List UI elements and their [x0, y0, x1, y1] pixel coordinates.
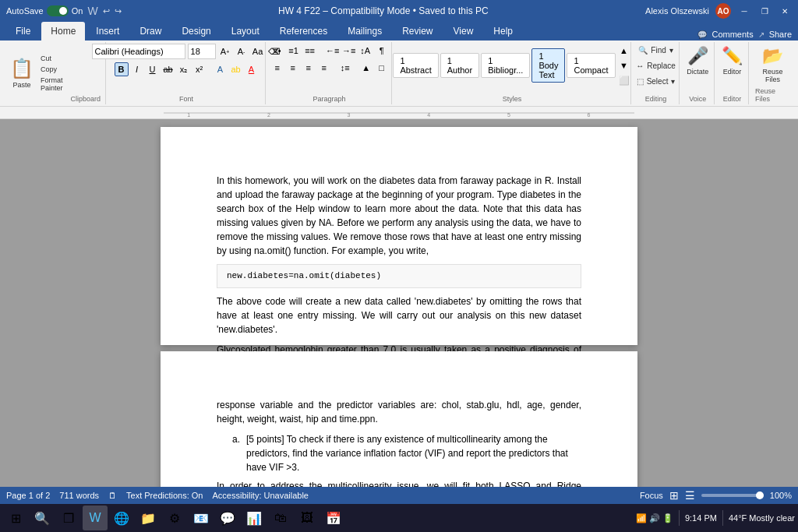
close-btn[interactable]: ✕ [778, 4, 792, 18]
change-case-btn[interactable]: Aa [251, 44, 265, 58]
underline-btn[interactable]: U [146, 62, 160, 76]
excel-taskbar-btn[interactable]: 📊 [242, 506, 267, 530]
numbering-btn[interactable]: ≡1 [287, 44, 301, 58]
calendar-taskbar-btn[interactable]: 📅 [321, 506, 346, 530]
decrease-indent-btn[interactable]: ←≡ [326, 44, 340, 58]
sort-btn[interactable]: ↕A [358, 44, 373, 58]
find-btn[interactable]: 🔍 Find ▾ [632, 44, 680, 57]
minimize-btn[interactable]: ─ [737, 4, 751, 18]
style-abstract[interactable]: 1 Abstract [393, 53, 438, 78]
tab-review[interactable]: Review [393, 22, 442, 41]
store-taskbar-btn[interactable]: 🛍 [268, 506, 293, 530]
styles-scroll-up[interactable]: ▲ [617, 44, 631, 58]
borders-btn[interactable]: □ [375, 61, 389, 75]
autosave-toggle[interactable] [47, 5, 69, 16]
style-author[interactable]: 1 Author [440, 53, 479, 78]
doc-area: In this homework, you will work on the d… [0, 119, 798, 487]
line-spacing-btn[interactable]: ↕≡ [338, 61, 352, 75]
restore-btn[interactable]: ❐ [757, 4, 772, 18]
shrink-font-btn[interactable]: A- [235, 44, 249, 58]
tab-mailings[interactable]: Mailings [338, 22, 391, 41]
network-icon: 📶 [636, 513, 647, 523]
tab-references[interactable]: References [270, 22, 337, 41]
reuse-files-btn[interactable]: 📂 Reuse Files [755, 44, 790, 86]
increase-indent-btn[interactable]: →≡ [342, 44, 356, 58]
view-print-btn[interactable]: ☰ [685, 489, 695, 502]
browser-taskbar-btn[interactable]: 🌐 [109, 506, 134, 530]
dictate-label: Dictate [687, 68, 708, 76]
reuse-files-group: 📂 Reuse Files Reuse Files [750, 42, 795, 104]
paragraph-group: ≡• ≡1 ≡≡ ←≡ →≡ ↕A ¶ ≡ ≡ ≡ ≡ ↕≡ ▲ □ Parag… [267, 42, 392, 104]
bullets-btn[interactable]: ≡• [270, 44, 284, 58]
align-left-btn[interactable]: ≡ [270, 61, 284, 75]
bold-btn[interactable]: B [115, 62, 129, 76]
find-dropdown[interactable]: ▾ [669, 46, 673, 55]
replace-btn[interactable]: ↔ Replace [632, 59, 680, 72]
justify-btn[interactable]: ≡ [317, 61, 331, 75]
strikethrough-btn[interactable]: ab [161, 62, 175, 76]
text-effects-btn[interactable]: A [214, 62, 228, 76]
replace-icon: ↔ [636, 62, 644, 70]
align-right-btn[interactable]: ≡ [302, 61, 316, 75]
zoom-slider[interactable] [701, 494, 764, 497]
word-count: 711 words [59, 491, 99, 500]
tab-home[interactable]: Home [41, 22, 85, 41]
tab-help[interactable]: Help [484, 22, 522, 41]
multilevel-btn[interactable]: ≡≡ [303, 44, 317, 58]
focus-btn[interactable]: Focus [640, 491, 663, 500]
taskbar: ⊞ 🔍 ❐ W 🌐 📁 ⚙ 📧 💬 📊 🛍 🖼 📅 📶 🔊 🔋 9:14 PM … [0, 504, 798, 532]
status-right: Focus ⊞ ☰ 100% [640, 489, 792, 502]
tab-draw[interactable]: Draw [130, 22, 171, 41]
ruler: 1 2 3 4 5 6 [0, 107, 798, 119]
copy-btn[interactable]: Copy [37, 65, 67, 74]
format-painter-btn[interactable]: Format Painter [37, 76, 67, 93]
tab-insert[interactable]: Insert [87, 22, 129, 41]
grow-font-btn[interactable]: A+ [218, 44, 232, 58]
font-name-input[interactable] [92, 44, 185, 59]
editor-btn[interactable]: ✏️ Editor [718, 44, 747, 78]
tab-file[interactable]: File [6, 22, 40, 41]
para-page2-1: response variable and the predictor vari… [217, 398, 581, 426]
tab-layout[interactable]: Layout [222, 22, 269, 41]
taskbar-right: 📶 🔊 🔋 9:14 PM 44°F Mostly clear [636, 510, 795, 526]
teams-taskbar-btn[interactable]: 💬 [215, 506, 240, 530]
highlight-btn[interactable]: ab [229, 62, 243, 76]
settings-taskbar-btn[interactable]: ⚙ [162, 506, 187, 530]
redo-btn[interactable]: ↪ [115, 6, 122, 16]
styles-scroll-down[interactable]: ▼ [617, 58, 631, 72]
font-size-input[interactable] [188, 44, 216, 59]
select-btn[interactable]: ⬚ Select ▾ [632, 75, 680, 88]
mail-taskbar-btn[interactable]: 📧 [189, 506, 214, 530]
shading-btn[interactable]: ▲ [359, 61, 373, 75]
share-btn[interactable]: Share [769, 30, 792, 39]
files-taskbar-btn[interactable]: 📁 [136, 506, 161, 530]
style-compact[interactable]: 1 Compact [567, 53, 615, 78]
para-page2-3: In order to address the multicollinearit… [217, 479, 581, 487]
search-taskbar-btn[interactable]: 🔍 [30, 506, 55, 530]
start-btn[interactable]: ⊞ [3, 506, 28, 530]
undo-btn[interactable]: ↩ [103, 6, 110, 16]
paste-btn[interactable]: 📋 Paste [6, 44, 37, 103]
photos-taskbar-btn[interactable]: 🖼 [295, 506, 320, 530]
text-color-btn[interactable]: A [245, 62, 259, 76]
show-hide-btn[interactable]: ¶ [375, 44, 389, 58]
task-view-btn[interactable]: ❐ [56, 506, 81, 530]
styles-expand[interactable]: ⬜ [617, 73, 631, 87]
tab-view[interactable]: View [444, 22, 483, 41]
style-bibliogr[interactable]: 1 Bibliogr... [481, 53, 530, 78]
subscript-btn[interactable]: x₂ [177, 62, 191, 76]
cut-btn[interactable]: Cut [37, 54, 67, 63]
check-doc-icon[interactable]: 🗒 [108, 491, 117, 500]
autosave-label: AutoSave [6, 6, 44, 16]
italic-btn[interactable]: I [130, 62, 144, 76]
select-dropdown[interactable]: ▾ [671, 77, 675, 86]
comments-btn[interactable]: Comments [711, 30, 753, 39]
dictate-btn[interactable]: 🎤 Dictate [683, 44, 712, 78]
tab-design[interactable]: Design [172, 22, 220, 41]
style-body-text[interactable]: 1 Body Text [531, 48, 565, 83]
center-btn[interactable]: ≡ [286, 61, 300, 75]
view-web-btn[interactable]: ⊞ [669, 489, 679, 502]
word-taskbar-btn[interactable]: W [83, 506, 108, 530]
superscript-btn[interactable]: x² [192, 62, 207, 76]
toggle-knob [59, 7, 67, 15]
